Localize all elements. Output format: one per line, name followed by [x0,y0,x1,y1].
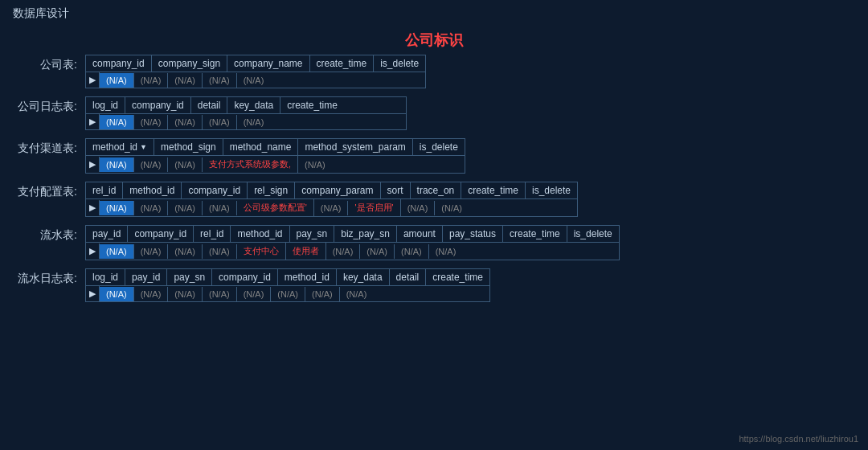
body-cell-3-7: (N/A) [401,201,436,215]
body-cell-3-3: (N/A) [203,201,237,215]
body-cell-0-0: (N/A) [100,73,134,88]
header-cell-4-1: company_id [128,226,194,242]
header-cell-1-3: key_data [227,97,280,113]
header-cell-5-1: pay_id [125,269,167,285]
arrow-cell-2: ▶ [86,157,100,172]
table-row-0: 公司表:company_idcompany_signcompany_namecr… [13,55,855,88]
arrow-cell-4: ▶ [86,243,100,259]
arrow-cell-1: ▶ [86,114,100,129]
header-cell-4-5: biz_pay_sn [334,226,397,242]
header-cell-1-0: log_id [86,97,125,113]
body-cell-4-2: (N/A) [168,244,203,259]
body-cell-5-6: (N/A) [305,287,340,301]
header-cell-2-4: is_delete [413,139,465,155]
header-cell-5-4: method_id [278,269,337,285]
body-cell-4-1: (N/A) [134,244,169,259]
body-cell-0-3: (N/A) [203,73,237,88]
body-cell-3-8: (N/A) [435,201,469,215]
table-label-0: 公司表: [13,55,85,72]
body-cell-4-9: (N/A) [429,244,463,259]
body-cell-5-0: (N/A) [100,287,134,301]
db-table-2: method_id▼method_signmethod_namemethod_s… [85,138,465,174]
header-cell-5-5: key_data [337,269,390,285]
header-cell-5-7: create_time [426,269,489,285]
table-label-2: 支付渠道表: [13,138,85,156]
header-cell-1-2: detail [191,97,228,113]
header-cell-2-0: method_id▼ [86,139,154,155]
db-table-4: pay_idcompany_idrel_idmethod_idpay_snbiz… [85,225,620,260]
body-cell-5-2: (N/A) [168,287,203,301]
header-cell-5-2: pay_sn [167,269,212,285]
header-cell-1-4: create_time [280,97,344,113]
header-cell-4-7: pay_status [443,226,503,242]
body-cell-2-0: (N/A) [100,158,134,172]
body-cell-4-0: (N/A) [100,244,134,259]
body-cell-5-5: (N/A) [271,287,305,301]
body-cell-5-4: (N/A) [237,287,272,301]
body-cell-4-6: (N/A) [326,244,361,259]
header-cell-4-2: rel_id [194,226,231,242]
body-cell-0-2: (N/A) [168,73,203,88]
header-cell-1-1: company_id [125,97,191,113]
header-cell-4-8: create_time [503,226,567,242]
body-cell-4-7: (N/A) [360,244,395,259]
table-row-2: 支付渠道表:method_id▼method_signmethod_nameme… [13,138,855,174]
body-cell-5-3: (N/A) [203,287,237,301]
body-cell-2-2: (N/A) [168,158,203,172]
table-row-1: 公司日志表:log_idcompany_iddetailkey_datacrea… [13,96,855,130]
body-cell-3-6: '是否启用' [348,199,400,216]
body-cell-1-4: (N/A) [237,115,271,129]
header-cell-0-0: company_id [86,55,152,72]
header-cell-3-6: trace_on [411,182,462,198]
body-cell-3-0: (N/A) [100,201,134,215]
header-cell-0-1: company_sign [152,55,227,72]
table-label-4: 流水表: [13,225,85,243]
body-cell-4-3: (N/A) [203,244,237,259]
header-cell-4-3: method_id [231,226,289,242]
body-cell-0-4: (N/A) [237,73,271,88]
header-cell-3-0: rel_id [86,182,123,198]
header-cell-5-3: company_id [212,269,278,285]
header-cell-4-0: pay_id [86,226,128,242]
body-cell-1-3: (N/A) [203,115,237,129]
header-cell-0-3: create_time [310,55,375,72]
header-cell-3-4: company_param [295,182,380,198]
body-cell-2-3: 支付方式系统级参数, [203,156,298,173]
arrow-cell-0: ▶ [86,72,100,88]
db-table-3: rel_idmethod_idcompany_idrel_signcompany… [85,182,578,217]
header-cell-3-8: is_delete [526,182,577,198]
header-cell-4-6: amount [397,226,443,242]
arrow-cell-5: ▶ [86,286,100,301]
header-cell-0-2: company_name [227,55,309,72]
body-cell-4-8: (N/A) [395,244,429,259]
header-cell-2-1: method_sign [154,139,223,155]
body-cell-0-1: (N/A) [134,73,169,88]
arrow-cell-3: ▶ [86,200,100,215]
header-cell-3-2: company_id [182,182,248,198]
center-label: 公司标识 [13,31,855,50]
header-cell-3-3: rel_sign [248,182,295,198]
body-cell-3-1: (N/A) [134,201,169,215]
body-cell-3-2: (N/A) [168,201,203,215]
body-cell-3-4: 公司级参数配置' [237,199,314,216]
table-row-5: 流水日志表:log_idpay_idpay_sncompany_idmethod… [13,268,855,302]
db-table-5: log_idpay_idpay_sncompany_idmethod_idkey… [85,268,490,302]
table-label-3: 支付配置表: [13,182,85,199]
body-cell-2-4: (N/A) [298,158,332,172]
body-cell-3-5: (N/A) [314,201,349,215]
table-row-3: 支付配置表:rel_idmethod_idcompany_idrel_signc… [13,182,855,217]
header-cell-2-3: method_system_param [298,139,412,155]
header-cell-3-1: method_id [123,182,182,198]
table-label-1: 公司日志表: [13,96,85,114]
header-cell-0-4: is_delete [374,55,425,72]
watermark: https://blog.csdn.net/liuzhirou1 [739,434,858,444]
header-cell-2-2: method_name [223,139,299,155]
header-cell-3-5: sort [381,182,411,198]
page-title: 数据库设计 [0,0,868,27]
table-label-5: 流水日志表: [13,268,85,286]
body-cell-4-5: 使用者 [286,243,326,260]
header-cell-5-0: log_id [86,269,125,285]
body-cell-1-0: (N/A) [100,115,134,129]
header-cell-4-9: is_delete [567,226,619,242]
db-table-1: log_idcompany_iddetailkey_datacreate_tim… [85,96,407,130]
